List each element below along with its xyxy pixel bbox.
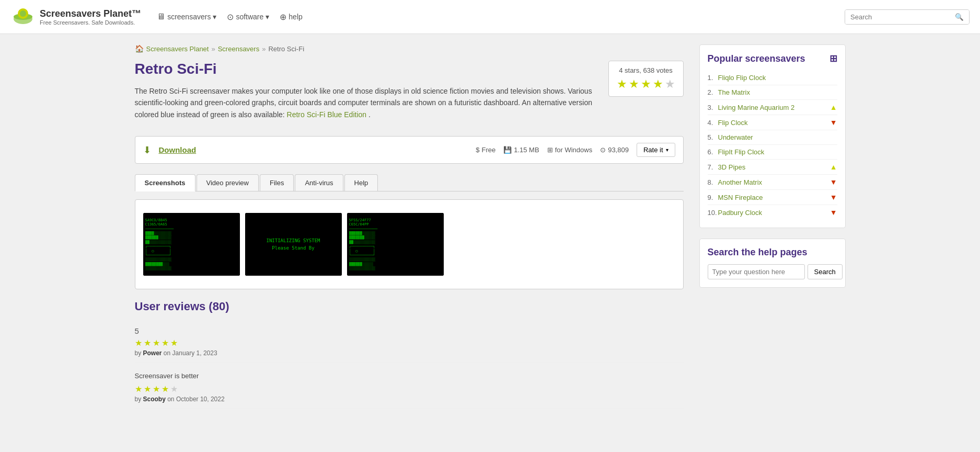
monitor-icon: 🖥 (157, 12, 165, 21)
nav-screensavers[interactable]: 🖥 screensavers ▾ (157, 12, 216, 21)
rating-summary: 4 stars, 638 votes (617, 66, 675, 74)
popular-link-9[interactable]: MSN Fireplace (718, 194, 830, 201)
popular-item-4: 4. Flip Clock ▼ (708, 115, 837, 130)
review-1-date: January 1, 2023 (172, 349, 217, 357)
arrow-down-icon-4: ▼ (830, 118, 837, 127)
tab-files[interactable]: Files (260, 174, 294, 191)
popular-link-1[interactable]: Fliqlo Flip Clock (718, 74, 837, 82)
popular-link-5[interactable]: Underwater (718, 133, 837, 141)
popular-item-3: 3. Living Marine Aquarium 2 ▲ (708, 100, 837, 115)
popular-link-2[interactable]: The Matrix (718, 88, 837, 96)
popular-link-4[interactable]: Flip Clock (718, 119, 830, 127)
popular-item-9: 9. MSN Fireplace ▼ (708, 190, 837, 205)
nav-menu: 🖥 screensavers ▾ ⊙ software ▾ ⊕ help (157, 12, 303, 22)
help-search-button[interactable]: Search (808, 264, 843, 279)
popular-list: 1. Fliqlo Flip Clock 2. The Matrix 3. Li… (708, 71, 837, 220)
breadcrumb-link-screensavers[interactable]: Screensavers (218, 45, 259, 53)
reviewer-2-name: Scooby (143, 396, 166, 403)
nav-software[interactable]: ⊙ software ▾ (227, 12, 269, 22)
page-title: Retro Sci-Fi (135, 61, 684, 77)
tab-help[interactable]: Help (344, 174, 378, 191)
popular-title: Popular screensavers ⊞ (708, 53, 837, 64)
search-button[interactable]: 🔍 (950, 10, 969, 24)
software-icon: ⊙ (227, 12, 234, 22)
popular-link-7[interactable]: 3D Pipes (718, 163, 830, 171)
logo-title: Screensavers Planet™ (40, 8, 141, 19)
review-2-meta: by Scooby on October 10, 2022 (135, 396, 684, 403)
logo-text: Screensavers Planet™ Free Screensavers. … (40, 8, 141, 26)
dollar-icon: $ (476, 146, 479, 154)
star-1: ★ (617, 77, 627, 91)
review-2-stars: ★ ★ ★ ★ ★ (135, 384, 684, 394)
breadcrumb-link-planet[interactable]: Screensavers Planet (146, 45, 209, 53)
download-icon: ⬇ (143, 144, 151, 156)
nav-help[interactable]: ⊕ help (280, 12, 302, 22)
popular-item-2: 2. The Matrix (708, 85, 837, 100)
screenshot-3-content: 5FSS/24F77 C65C/04PP ───────────── ▓▓▓▓▓… (347, 213, 444, 276)
popular-item-8: 8. Another Matrix ▼ (708, 175, 837, 190)
review-1-meta: by Power on January 1, 2023 (135, 349, 684, 357)
popular-item-5: 5. Underwater (708, 130, 837, 145)
download-bar: ⬇ Download $ Free 💾 1.15 MB ⊞ for Window… (135, 136, 684, 164)
screenshot-2-content: INITIALIZING SYSTEM Please Stand By (245, 213, 342, 276)
review-1-stars: ★ ★ ★ ★ ★ (135, 338, 684, 348)
arrow-up-icon-7: ▲ (830, 163, 837, 171)
rating-box: 4 stars, 638 votes ★ ★ ★ ★ ★ (608, 61, 684, 97)
screenshot-3[interactable]: 5FSS/24F77 C65C/04PP ───────────── ▓▓▓▓▓… (347, 213, 444, 276)
review-2-text: Screensaver is better (135, 372, 684, 380)
help-icon: ⊕ (280, 12, 286, 22)
header-search-area: 🔍 (845, 9, 970, 25)
chevron-down-icon: ▾ (213, 13, 216, 21)
main-container: 🏠 Screensavers Planet » Screensavers » R… (124, 34, 856, 419)
download-link[interactable]: Download (159, 145, 197, 154)
header: Screensavers Planet™ Free Screensavers. … (0, 0, 980, 34)
review-2-date: October 10, 2022 (176, 396, 225, 403)
arrow-down-icon-8: ▼ (830, 178, 837, 186)
screenshots-panel: SA9CO/8B45 C1365/0A65 ───────────── ▓▓▓▓… (135, 199, 684, 289)
description: The Retro Sci-Fi screensaver makes your … (135, 85, 684, 120)
download-meta: $ Free 💾 1.15 MB ⊞ for Windows ⊙ 93,809 … (476, 143, 675, 157)
arrow-down-icon-10: ▼ (830, 208, 837, 217)
arrow-down-icon-9: ▼ (830, 193, 837, 201)
chevron-down-icon: ▾ (266, 13, 269, 21)
filesize-icon: 💾 (503, 146, 512, 154)
title-section: 4 stars, 638 votes ★ ★ ★ ★ ★ Retro Sci-F… (135, 61, 684, 131)
screenshot-2[interactable]: INITIALIZING SYSTEM Please Stand By (245, 213, 342, 276)
popular-item-1: 1. Fliqlo Flip Clock (708, 71, 837, 85)
search-input[interactable] (845, 10, 950, 24)
popular-link-3[interactable]: Living Marine Aquarium 2 (718, 104, 830, 111)
stars-display: ★ ★ ★ ★ ★ (617, 77, 675, 91)
popular-link-6[interactable]: FlipIt Flip Clock (718, 148, 837, 156)
tabs: Screenshots Video preview Files Anti-vir… (135, 174, 684, 191)
logo-subtitle: Free Screensavers. Safe Downloads. (40, 19, 141, 26)
tab-screenshots[interactable]: Screenshots (135, 174, 195, 191)
windows-icon: ⊞ (547, 146, 553, 154)
breadcrumb: 🏠 Screensavers Planet » Screensavers » R… (135, 44, 684, 53)
reviewer-1-name: Power (143, 349, 162, 357)
rate-button[interactable]: Rate it ▾ (637, 143, 675, 157)
tab-antivirus[interactable]: Anti-virus (295, 174, 343, 191)
chevron-down-icon: ▾ (666, 147, 668, 153)
sidebar: Popular screensavers ⊞ 1. Fliqlo Flip Cl… (699, 44, 846, 409)
help-search-title: Search the help pages (708, 247, 837, 258)
platform-meta: ⊞ for Windows (547, 146, 593, 154)
popular-section: Popular screensavers ⊞ 1. Fliqlo Flip Cl… (699, 44, 846, 228)
content-area: 🏠 Screensavers Planet » Screensavers » R… (135, 44, 684, 409)
review-item-1: 5 ★ ★ ★ ★ ★ by Power on January 1, 2023 (135, 321, 684, 363)
popular-link-10[interactable]: Padbury Clock (718, 209, 830, 217)
star-2: ★ (629, 77, 639, 91)
breadcrumb-current: Retro Sci-Fi (268, 45, 304, 53)
help-search-input[interactable] (708, 264, 805, 279)
home-icon: 🏠 (135, 44, 144, 53)
header-left: Screensavers Planet™ Free Screensavers. … (10, 4, 303, 29)
popular-item-7: 7. 3D Pipes ▲ (708, 160, 837, 175)
popular-link-8[interactable]: Another Matrix (718, 178, 830, 186)
popular-item-6: 6. FlipIt Flip Clock (708, 145, 837, 160)
filesize-meta: 💾 1.15 MB (503, 146, 539, 154)
tab-video-preview[interactable]: Video preview (197, 174, 259, 191)
blue-edition-link[interactable]: Retro Sci-Fi Blue Edition (287, 110, 367, 119)
logo-icon (10, 4, 36, 29)
screenshots-container: SA9CO/8B45 C1365/0A65 ───────────── ▓▓▓▓… (143, 208, 675, 281)
review-item-2: Screensaver is better ★ ★ ★ ★ ★ by Scoob… (135, 363, 684, 409)
screenshot-1[interactable]: SA9CO/8B45 C1365/0A65 ───────────── ▓▓▓▓… (143, 213, 240, 276)
